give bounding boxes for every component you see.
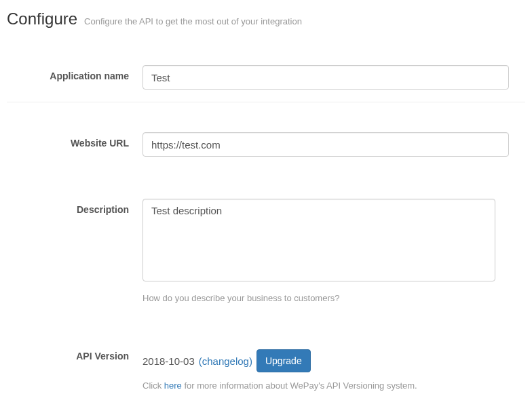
- api-version-info-link[interactable]: here: [164, 380, 182, 391]
- info-prefix: Click: [142, 380, 164, 391]
- api-version-date: 2018-10-03: [142, 355, 195, 367]
- description-label: Description: [77, 204, 129, 215]
- api-version-label: API Version: [76, 351, 129, 361]
- description-textarea[interactable]: [142, 199, 495, 281]
- form-row-description: Description How do you describe your bus…: [7, 169, 525, 315]
- website-url-label: Website URL: [71, 138, 129, 149]
- page-title: Configure: [7, 9, 77, 28]
- website-url-input[interactable]: [142, 132, 509, 157]
- form-row-api-version: API Version 2018-10-03 (changelog) Upgra…: [7, 315, 525, 403]
- api-version-line: 2018-10-03 (changelog) Upgrade: [142, 349, 509, 372]
- form-row-website-url: Website URL: [7, 102, 525, 169]
- upgrade-button[interactable]: Upgrade: [256, 349, 311, 372]
- page-header: Configure Configure the API to get the m…: [7, 9, 525, 28]
- info-suffix: for more information about WePay's API V…: [182, 380, 417, 391]
- api-version-info: Click here for more information about We…: [142, 380, 509, 391]
- changelog-link[interactable]: changelog: [202, 355, 249, 367]
- application-name-input[interactable]: [142, 65, 509, 90]
- page-subtitle: Configure the API to get the most out of…: [84, 16, 302, 26]
- application-name-label: Application name: [50, 71, 129, 81]
- description-help-text: How do you describe your business to cus…: [142, 293, 509, 303]
- form-row-application-name: Application name: [7, 53, 525, 102]
